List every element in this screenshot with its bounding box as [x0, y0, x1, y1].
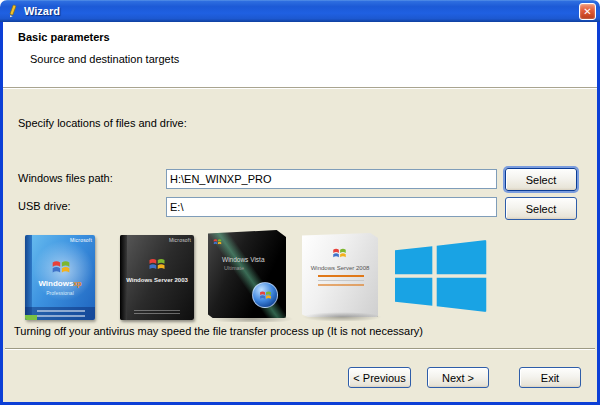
vista-box-subtitle: Ultimate: [224, 265, 244, 271]
close-icon: ✕: [583, 6, 591, 17]
usb-drive-label: USB drive:: [18, 200, 71, 212]
windows-xp-box: Microsoft Windowsxp Professional: [25, 235, 95, 320]
windows-server-2008-box: Windows Server 2008: [298, 233, 386, 321]
xp-box-title: Windows: [38, 279, 73, 288]
page-title: Basic parameters: [18, 31, 110, 43]
vista-orb-icon: [252, 282, 278, 308]
wizard-header: Basic parameters Source and destination …: [3, 22, 597, 88]
microsoft-brand-text: Microsoft: [70, 237, 92, 243]
windows-vista-box: Windows Vista Ultimate: [208, 230, 294, 322]
windows-flag-icon: [213, 236, 222, 248]
wizard-pencil-icon: [6, 4, 19, 18]
previous-button[interactable]: < Previous: [348, 367, 411, 388]
close-button[interactable]: ✕: [579, 3, 596, 20]
windows-8-flag-icon: [395, 240, 487, 312]
windows-flag-icon: [332, 247, 347, 262]
antivirus-note: Turning off your antivirus may speed the…: [14, 325, 423, 337]
dialog-content: Basic parameters Source and destination …: [0, 22, 600, 405]
microsoft-brand-text: Microsoft: [169, 237, 191, 243]
windows-files-path-input[interactable]: [166, 169, 497, 189]
titlebar[interactable]: Wizard ✕: [0, 0, 600, 22]
windows-server-2003-box: Microsoft Windows Server 2003: [120, 235, 194, 320]
windows-8-logo: [395, 240, 487, 312]
next-button[interactable]: Next >: [427, 367, 489, 388]
wizard-window: Wizard ✕ Basic parameters Source and des…: [0, 0, 600, 405]
server2008-box-title: Windows Server 2008: [302, 265, 378, 271]
instruction-text: Specify locations of files and drive:: [18, 117, 187, 129]
select-windows-files-button[interactable]: Select: [505, 168, 577, 191]
exit-button[interactable]: Exit: [519, 367, 581, 388]
xp-box-subtitle: Professional: [25, 290, 95, 296]
select-usb-drive-button[interactable]: Select: [505, 197, 577, 220]
windows-flag-icon: [148, 257, 166, 274]
window-title: Wizard: [24, 5, 579, 17]
vista-box-title: Windows Vista: [222, 256, 265, 263]
windows-files-path-label: Windows files path:: [18, 172, 113, 184]
xp-box-edition: xp: [73, 280, 81, 287]
footer-separator: [5, 348, 595, 350]
server2003-box-title: Windows Server 2003: [120, 277, 194, 283]
windows-flag-icon: [51, 259, 71, 278]
usb-drive-input[interactable]: [166, 197, 497, 217]
page-subtitle: Source and destination targets: [30, 53, 179, 65]
